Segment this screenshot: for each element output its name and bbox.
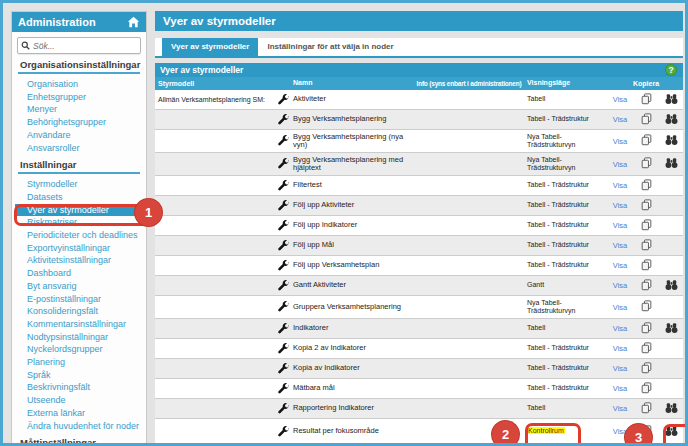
wrench-icon[interactable] [277,342,289,354]
row-wrench-cell [273,113,293,127]
visa-link[interactable]: Visa [613,324,627,333]
help-icon[interactable]: ? [665,64,677,76]
copy-icon[interactable] [641,362,652,374]
copy-icon[interactable] [641,300,652,312]
sidebar-item[interactable]: Konsolideringsfält [18,305,140,318]
sidebar-item[interactable]: Ansvarsroller [18,142,140,155]
visa-link[interactable]: Visa [613,281,627,290]
sidebar-item[interactable]: Utseende [18,394,140,407]
copy-icon[interactable] [641,219,652,231]
tab-1[interactable]: Inställningar för att välja in noder [258,38,402,56]
sidebar-item[interactable]: Aktivitetsinställningar [18,254,140,267]
wrench-icon[interactable] [277,157,289,169]
binoculars-icon[interactable] [665,134,678,146]
sidebar-item[interactable]: Riskmatriser [18,216,140,229]
table-title-bar: Vyer av styrmodeller ? [155,63,683,77]
sidebar-item[interactable]: Menyer [18,103,140,116]
copy-icon[interactable] [641,259,652,271]
sidebar-item[interactable]: E-postinställningar [18,293,140,306]
copy-icon[interactable] [641,157,652,169]
visa-link[interactable]: Visa [613,115,627,124]
sidebar-item[interactable]: Kommentarsinställningar [18,318,140,331]
binoculars-icon[interactable] [665,113,678,125]
sidebar-item[interactable]: Nodtypsinställningar [18,331,140,344]
copy-icon[interactable] [641,342,652,354]
sidebar-title: Administration [18,12,96,32]
wrench-icon[interactable] [277,382,289,394]
wrench-icon[interactable] [277,179,289,191]
sidebar-item[interactable]: Styrmodeller [18,178,140,191]
copy-icon[interactable] [641,239,652,251]
binoculars-icon[interactable] [665,157,678,169]
sidebar-item[interactable]: Byt ansvarig [18,280,140,293]
wrench-icon[interactable] [277,279,289,291]
visa-link[interactable]: Visa [613,181,627,190]
row-name: Följ upp Mål [293,241,411,250]
sidebar-item[interactable]: Beskrivningsfält [18,381,140,394]
sidebar-item[interactable]: Dashboard [18,267,140,280]
wrench-icon[interactable] [277,259,289,271]
sidebar-item[interactable]: Exportvyinställningar [18,242,140,255]
wrench-icon[interactable] [277,113,289,125]
copy-icon[interactable] [641,402,652,414]
binoculars-icon[interactable] [665,322,678,334]
copy-icon[interactable] [641,179,652,191]
binoculars-icon[interactable] [665,425,678,437]
wrench-icon[interactable] [277,362,289,374]
sidebar-item[interactable]: Organisation [18,78,140,91]
copy-icon[interactable] [641,199,652,211]
row-wrench-cell [273,425,293,439]
search-input[interactable] [30,41,137,51]
visa-link[interactable]: Visa [613,261,627,270]
wrench-icon[interactable] [277,239,289,251]
copy-icon[interactable] [641,113,652,125]
binoculars-icon[interactable] [665,402,678,414]
wrench-icon[interactable] [277,134,289,146]
tab-0[interactable]: Vyer av styrmodeller [162,38,258,56]
sidebar-item[interactable]: Behörighetsgrupper [18,116,140,129]
sidebar-item[interactable]: Nyckelordsgrupper [18,343,140,356]
visa-link[interactable]: Visa [613,201,627,210]
row-visa-cell: Visa [607,241,633,250]
home-icon[interactable] [127,16,140,28]
copy-icon[interactable] [641,382,652,394]
visa-link[interactable]: Visa [613,137,627,146]
visa-link[interactable]: Visa [613,427,627,436]
copy-icon[interactable] [641,93,652,105]
visa-link[interactable]: Visa [613,303,627,312]
visa-link[interactable]: Visa [613,160,627,169]
wrench-icon[interactable] [277,322,289,334]
visa-link[interactable]: Visa [613,95,627,104]
copy-icon[interactable] [641,279,652,291]
sidebar-item[interactable]: Språk [18,369,140,382]
wrench-icon[interactable] [277,300,289,312]
visa-link[interactable]: Visa [613,384,627,393]
visa-link[interactable]: Visa [613,241,627,250]
row-bino-cell [659,134,683,148]
highlighted-value: Kontrollrum [527,427,565,434]
sidebar-item[interactable]: Vyer av styrmodeller [15,204,144,217]
sidebar-item[interactable]: Planering [18,356,140,369]
visa-link[interactable]: Visa [613,221,627,230]
wrench-icon[interactable] [277,219,289,231]
wrench-icon[interactable] [277,402,289,414]
sidebar-item[interactable]: Ändra huvudenhet för noder [18,420,140,433]
sidebar-item[interactable]: Periodiciteter och deadlines [18,229,140,242]
binoculars-icon[interactable] [665,93,678,105]
wrench-icon[interactable] [277,93,289,105]
copy-icon[interactable] [641,322,652,334]
copy-icon[interactable] [641,425,652,437]
wrench-icon[interactable] [277,199,289,211]
sidebar-item[interactable]: Datasets [18,191,140,204]
sidebar-item[interactable]: Enhetsgrupper [18,91,140,104]
visa-link[interactable]: Visa [613,404,627,413]
copy-icon[interactable] [641,134,652,146]
wrench-icon[interactable] [277,425,289,437]
sidebar-item[interactable]: Externa länkar [18,407,140,420]
row-wrench-cell [273,382,293,396]
binoculars-icon[interactable] [665,279,678,291]
table-row: Bygg Verksamhetsplanering med hjälptextN… [155,153,683,176]
visa-link[interactable]: Visa [613,344,627,353]
visa-link[interactable]: Visa [613,364,627,373]
sidebar-item[interactable]: Användare [18,129,140,142]
